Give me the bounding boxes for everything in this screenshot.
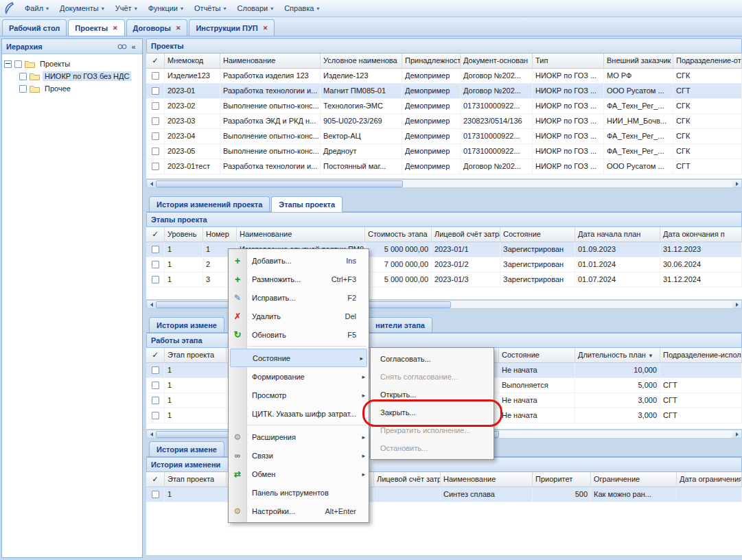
scroll-left-icon[interactable] [147, 430, 156, 438]
row-checkbox[interactable] [152, 102, 159, 110]
menu-item-formation[interactable]: Формирование▸ [229, 367, 369, 386]
tab-stage-history[interactable]: История измене [149, 317, 224, 332]
column-header[interactable]: Дата начала план [575, 227, 660, 242]
column-header[interactable]: Дата ограничения [677, 472, 742, 487]
table-row-selected[interactable]: 2023-01Разработка технологии и...Магнит … [146, 84, 742, 99]
menu-item-links[interactable]: Связи▸ [229, 446, 369, 465]
column-header[interactable]: Ограничение [591, 472, 677, 487]
column-header[interactable]: Условное наименова [321, 54, 402, 68]
table-row[interactable]: 2023-03Разработка ЭКД и РКД н...905-U020… [146, 114, 742, 129]
tab-project-stages[interactable]: Этапы проекта [271, 196, 343, 212]
scroll-right-icon[interactable] [732, 430, 741, 438]
tab-projects[interactable]: Проекты✕ [68, 19, 124, 36]
close-tab-icon[interactable]: ✕ [176, 25, 181, 32]
scroll-right-icon[interactable] [732, 180, 741, 187]
menu-accounting[interactable]: Учёт▾ [110, 1, 143, 15]
column-header[interactable]: Лицевой счёт затр [374, 472, 441, 487]
menu-item-toolbar[interactable]: Панель инструментов [229, 483, 369, 502]
row-checkbox[interactable] [152, 87, 159, 95]
column-header[interactable]: Состояние [499, 348, 575, 362]
column-header[interactable]: Документ-основан [461, 54, 533, 68]
row-checkbox[interactable] [152, 491, 159, 498]
column-header[interactable]: Внешний заказчик [604, 54, 673, 68]
menu-functions[interactable]: Функции▾ [143, 1, 189, 15]
column-header-sorted[interactable]: Длительность план▼ [575, 348, 660, 362]
menu-item-exchange[interactable]: Обмен▸ [229, 465, 369, 483]
tab-contracts[interactable]: Договоры✕ [126, 19, 188, 36]
column-header[interactable]: Мнемокод [165, 54, 220, 68]
column-header[interactable]: Этап проекта [165, 348, 227, 362]
column-header[interactable]: Состояние [500, 227, 575, 242]
menu-documents[interactable]: Документы▾ [54, 1, 110, 15]
menu-file[interactable]: Файл▾ [19, 1, 54, 15]
tree-node-projects[interactable]: Проекты [4, 58, 140, 70]
scroll-left-icon[interactable] [147, 180, 156, 187]
row-checkbox[interactable] [152, 72, 159, 80]
row-checkbox[interactable] [152, 397, 159, 404]
scrollbar-thumb[interactable] [156, 180, 403, 187]
table-row[interactable]: Изделие123Разработка изделия 123Изделие-… [146, 69, 742, 84]
column-header[interactable]: Тип [533, 54, 604, 68]
tree-checkbox[interactable] [19, 85, 27, 93]
row-checkbox[interactable] [152, 117, 159, 125]
submenu-item-close[interactable]: Закрыть... [371, 404, 494, 421]
row-checkbox[interactable] [152, 412, 159, 419]
close-tab-icon[interactable]: ✕ [263, 25, 268, 32]
table-row[interactable]: 2023-01тестРазработка технологии и...Пос… [146, 159, 742, 174]
tab-work-history[interactable]: История измене [149, 441, 224, 456]
close-tab-icon[interactable]: ✕ [113, 25, 118, 32]
select-all-header[interactable]: ✓ [146, 348, 165, 362]
collapse-expander-icon[interactable] [4, 60, 12, 68]
tree-checkbox[interactable] [14, 60, 22, 68]
row-checkbox[interactable] [152, 261, 159, 268]
column-header[interactable]: Приоритет [533, 472, 591, 487]
select-all-header[interactable]: ✓ [146, 54, 165, 68]
column-header[interactable]: Дата окончания п [660, 227, 742, 242]
table-row[interactable]: 2023-05Выполнение опытно-конс...Дредноут… [146, 144, 742, 159]
column-header[interactable]: Подразделение-от [673, 54, 742, 68]
tab-instructions[interactable]: Инструкции ПУП✕ [189, 19, 275, 36]
table-row[interactable]: 2023-04Выполнение опытно-конс...Вектор-А… [146, 129, 742, 144]
menu-item-citk-cost-code[interactable]: ЦИТК. Указать шифр затрат... [229, 404, 369, 423]
select-all-header[interactable]: ✓ [146, 472, 165, 487]
menu-item-add[interactable]: Добавить...Ins [229, 251, 369, 270]
menu-reports[interactable]: Отчёты▾ [189, 1, 231, 15]
column-header[interactable]: Наименование [237, 227, 365, 242]
menu-item-settings[interactable]: Настройки...Alt+Enter [229, 502, 369, 520]
tree-node-niokr[interactable]: НИОКР по ГОЗ без НДС [4, 70, 140, 82]
tab-project-history[interactable]: История изменений проекта [149, 196, 270, 211]
search-icon[interactable] [116, 41, 128, 52]
menu-item-clone[interactable]: Размножить...Ctrl+F3 [229, 270, 369, 288]
tree-checkbox[interactable] [19, 73, 27, 80]
row-checkbox[interactable] [152, 366, 159, 374]
row-checkbox[interactable] [152, 132, 159, 140]
column-header[interactable]: Этап проекта [165, 472, 227, 487]
menu-item-delete[interactable]: УдалитьDel [229, 307, 369, 325]
menu-item-view[interactable]: Просмотр▸ [229, 386, 369, 404]
column-header[interactable]: Подразделение-исполн [660, 348, 742, 362]
menu-help[interactable]: Справка▾ [279, 1, 325, 15]
menu-dictionaries[interactable]: Словари▾ [231, 1, 279, 15]
menu-item-state[interactable]: Состояние▸ [230, 349, 367, 367]
row-checkbox[interactable] [152, 276, 159, 283]
column-header[interactable]: Принадлежность [402, 54, 461, 68]
submenu-item-approve[interactable]: Согласовать... [371, 350, 494, 368]
column-header[interactable]: Наименование [441, 472, 533, 487]
row-checkbox[interactable] [152, 382, 159, 389]
tab-desktop[interactable]: Рабочий стол [2, 19, 67, 36]
menu-item-refresh[interactable]: ОбновитьF5 [229, 325, 369, 344]
menu-item-extensions[interactable]: Расширения▸ [229, 428, 369, 446]
tree-node-other[interactable]: Прочее [4, 82, 140, 95]
scroll-right-icon[interactable] [732, 301, 741, 308]
select-all-header[interactable]: ✓ [146, 227, 165, 242]
projects-horizontal-scrollbar[interactable] [146, 179, 742, 188]
row-checkbox[interactable] [152, 163, 159, 170]
table-row[interactable]: 2023-02Выполнение опытно-конс...Технолог… [146, 99, 742, 114]
row-checkbox[interactable] [152, 148, 159, 155]
menu-item-edit[interactable]: Исправить...F2 [229, 288, 369, 307]
collapse-panel-icon[interactable]: « [128, 41, 139, 52]
column-header[interactable]: Стоимость этапа [365, 227, 432, 242]
column-header[interactable]: Номер [203, 227, 237, 242]
column-header[interactable]: Лицевой счёт затрат [432, 227, 500, 242]
column-header[interactable]: Уровень [165, 227, 203, 242]
